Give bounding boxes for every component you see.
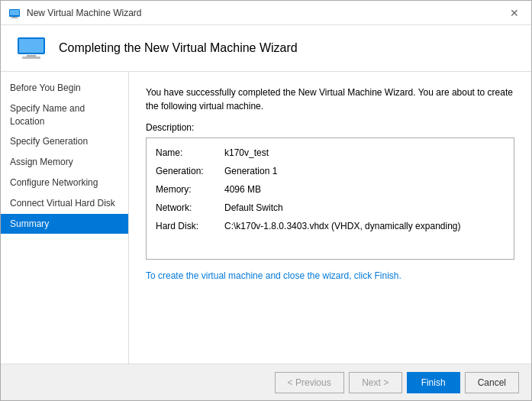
desc-value: 4096 MB — [224, 183, 261, 196]
desc-value: k170v_test — [224, 146, 269, 160]
table-row: Network:Default Switch — [156, 201, 505, 215]
content-area: Before You BeginSpecify Name and Locatio… — [1, 72, 531, 364]
sidebar-item-assign-memory[interactable]: Assign Memory — [1, 152, 128, 173]
svg-rect-2 — [12, 17, 17, 18]
table-row: Hard Disk:C:\k170v-1.8.0.3403.vhdx (VHDX… — [156, 219, 505, 233]
desc-value: Generation 1 — [224, 164, 277, 178]
sidebar-item-configure-networking[interactable]: Configure Networking — [1, 173, 128, 193]
footer: < Previous Next > Finish Cancel — [1, 364, 531, 400]
table-row: Generation:Generation 1 — [156, 164, 505, 178]
sidebar-item-specify-generation[interactable]: Specify Generation — [1, 131, 128, 152]
wizard-header: Completing the New Virtual Machine Wizar… — [1, 25, 531, 72]
sidebar: Before You BeginSpecify Name and Locatio… — [1, 72, 129, 364]
description-label: Description: — [146, 122, 514, 133]
sidebar-item-before-you-begin[interactable]: Before You Begin — [1, 78, 128, 99]
description-box: Name:k170v_testGeneration:Generation 1Me… — [146, 137, 514, 260]
finish-button[interactable]: Finish — [407, 372, 460, 393]
table-row: Memory:4096 MB — [156, 183, 505, 196]
intro-text: You have successfully completed the New … — [146, 86, 514, 113]
finish-note: To create the virtual machine and close … — [146, 270, 514, 281]
close-button[interactable]: ✕ — [505, 6, 524, 20]
svg-rect-7 — [22, 57, 40, 59]
desc-key: Hard Disk: — [156, 219, 224, 233]
cancel-button[interactable]: Cancel — [465, 372, 519, 393]
desc-key: Memory: — [156, 183, 224, 196]
window-icon — [8, 7, 21, 19]
title-bar-left: New Virtual Machine Wizard — [8, 7, 142, 19]
svg-rect-1 — [10, 10, 19, 15]
title-bar: New Virtual Machine Wizard ✕ — [1, 1, 531, 25]
main-content: You have successfully completed the New … — [129, 72, 531, 364]
svg-rect-5 — [19, 39, 44, 53]
svg-rect-6 — [27, 55, 36, 57]
sidebar-item-summary[interactable]: Summary — [1, 214, 128, 234]
sidebar-item-specify-name-location[interactable]: Specify Name and Location — [1, 99, 128, 132]
sidebar-item-connect-virtual-hard-disk[interactable]: Connect Virtual Hard Disk — [1, 193, 128, 214]
desc-key: Name: — [156, 146, 224, 160]
header-icon — [16, 36, 47, 60]
desc-value: C:\k170v-1.8.0.3403.vhdx (VHDX, dynamica… — [224, 219, 461, 233]
wizard-window: New Virtual Machine Wizard ✕ Completing … — [0, 0, 532, 401]
previous-button[interactable]: < Previous — [275, 372, 344, 393]
window-title: New Virtual Machine Wizard — [27, 8, 142, 18]
next-button[interactable]: Next > — [349, 372, 402, 393]
desc-value: Default Switch — [224, 201, 283, 215]
table-row: Name:k170v_test — [156, 146, 505, 160]
wizard-title: Completing the New Virtual Machine Wizar… — [59, 41, 298, 55]
desc-key: Generation: — [156, 164, 224, 178]
svg-rect-3 — [11, 18, 18, 18]
desc-key: Network: — [156, 201, 224, 215]
